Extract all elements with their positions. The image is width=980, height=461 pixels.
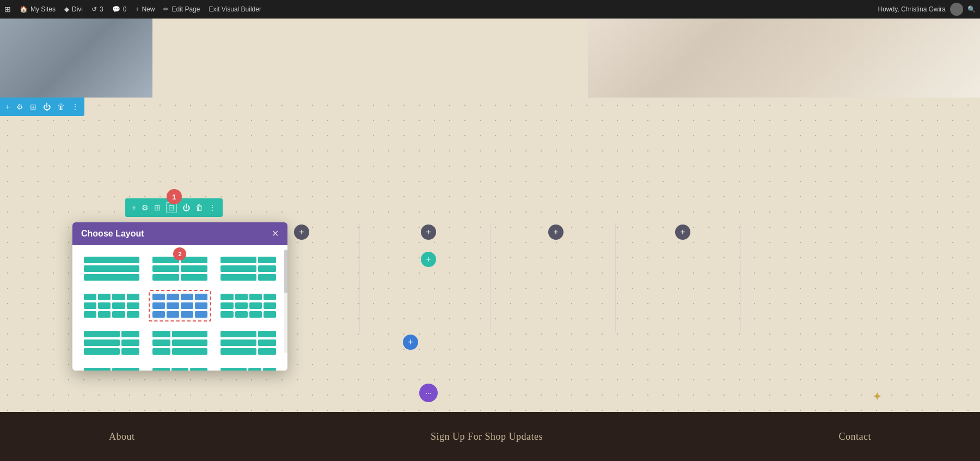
revisions-count: 3 bbox=[100, 5, 103, 13]
divi-menu[interactable]: ◆ Divi bbox=[64, 5, 83, 13]
house-icon: 🏠 bbox=[20, 5, 28, 13]
row-toolbar-2: 1 + ⚙ ⊞ ⊟ ⏻ 🗑 ⋮ bbox=[125, 198, 223, 217]
my-sites-menu[interactable]: 🏠 My Sites bbox=[20, 5, 56, 13]
divi-icon: ◆ bbox=[64, 5, 69, 13]
top-left-image bbox=[0, 19, 152, 98]
popup-layout-grid: 2 bbox=[72, 245, 287, 371]
power-icon[interactable]: ⏻ bbox=[43, 102, 51, 111]
row-more-icon[interactable]: ⋮ bbox=[209, 203, 216, 212]
user-info: Howdy, Christina Gwira 🔍 bbox=[878, 3, 976, 16]
layout-3col-center[interactable] bbox=[149, 327, 212, 359]
add-row-btn-bottom[interactable]: + bbox=[403, 335, 418, 350]
row-layout-icon[interactable]: ⊞ bbox=[154, 203, 161, 212]
new-menu[interactable]: + New bbox=[135, 5, 155, 13]
top-images-area bbox=[0, 19, 980, 98]
avatar bbox=[950, 3, 963, 16]
footer: About Sign Up For Shop Updates Contact bbox=[0, 412, 980, 461]
popup-title: Choose Layout bbox=[81, 229, 144, 239]
row-trash-icon[interactable]: 🗑 bbox=[195, 203, 203, 212]
revisions-icon: ↺ bbox=[91, 5, 97, 13]
comments-icon: 💬 bbox=[112, 5, 120, 13]
exit-builder-label: Exit Visual Builder bbox=[209, 5, 261, 13]
admin-bar: ⊞ 🏠 My Sites ◆ Divi ↺ 3 💬 0 + New ✏ Edit… bbox=[0, 0, 980, 19]
layout-mixed-2[interactable] bbox=[149, 364, 212, 371]
settings-icon[interactable]: ⚙ bbox=[16, 102, 23, 111]
exit-builder-button[interactable]: Exit Visual Builder bbox=[209, 5, 261, 13]
layout-mixed-1[interactable] bbox=[80, 364, 143, 371]
footer-signup-link[interactable]: Sign Up For Shop Updates bbox=[431, 431, 543, 442]
comments-count: 0 bbox=[123, 5, 127, 13]
add-col-btn-4[interactable]: + bbox=[675, 225, 690, 240]
footer-about-link[interactable]: About bbox=[109, 431, 135, 442]
divi-label: Divi bbox=[72, 5, 83, 13]
add-col-btn-3[interactable]: + bbox=[548, 225, 564, 240]
layout-mixed-3[interactable] bbox=[217, 364, 280, 371]
col-divider-2 bbox=[490, 223, 491, 332]
popup-close-button[interactable]: ✕ bbox=[272, 229, 279, 238]
main-content: + ⚙ ⊞ ⏻ 🗑 ⋮ 1 + ⚙ ⊞ ⊟ ⏻ 🗑 ⋮ Choose Layou… bbox=[0, 19, 980, 461]
search-icon[interactable]: 🔍 bbox=[967, 5, 976, 13]
gold-star-decoration: ✦ bbox=[872, 390, 882, 404]
layout-4col-selected[interactable] bbox=[149, 290, 212, 322]
add-col-btn-1[interactable]: + bbox=[294, 225, 309, 240]
popup-header: Choose Layout ✕ bbox=[72, 222, 287, 245]
row-badge-1: 1 bbox=[167, 189, 182, 204]
user-greeting: Howdy, Christina Gwira bbox=[878, 5, 946, 13]
layout-4col[interactable] bbox=[80, 290, 143, 322]
wp-logo[interactable]: ⊞ bbox=[4, 5, 11, 14]
pencil-icon: ✏ bbox=[163, 5, 169, 13]
col-divider-3 bbox=[615, 223, 616, 332]
col-divider-4 bbox=[740, 223, 741, 332]
revisions-menu[interactable]: ↺ 3 bbox=[91, 5, 103, 13]
footer-contact-link[interactable]: Contact bbox=[838, 431, 871, 442]
top-right-image bbox=[588, 19, 980, 98]
add-col-icon[interactable]: + bbox=[132, 203, 136, 212]
more-icon[interactable]: ⋮ bbox=[71, 102, 79, 111]
more-options-button[interactable]: ··· bbox=[419, 384, 438, 402]
layout-4col-variant[interactable] bbox=[217, 290, 280, 322]
layout-2col-selected[interactable]: 2 bbox=[149, 253, 212, 284]
layout-1col[interactable] bbox=[80, 253, 143, 284]
add-row-icon[interactable]: + bbox=[5, 102, 10, 111]
choose-layout-popup: Choose Layout ✕ 2 bbox=[72, 222, 287, 371]
edit-page-button[interactable]: ✏ Edit Page bbox=[163, 5, 200, 13]
layout-2col-unequal[interactable] bbox=[217, 253, 280, 284]
trash-icon[interactable]: 🗑 bbox=[57, 102, 65, 111]
my-sites-label: My Sites bbox=[30, 5, 56, 13]
new-label: New bbox=[142, 5, 155, 13]
layout-3col-right[interactable] bbox=[217, 327, 280, 359]
plus-icon: + bbox=[135, 5, 139, 13]
row-power-icon[interactable]: ⏻ bbox=[182, 203, 190, 212]
layout-3col-left[interactable] bbox=[80, 327, 143, 359]
comments-menu[interactable]: 💬 0 bbox=[112, 5, 127, 13]
add-col-btn-2[interactable]: + bbox=[421, 225, 436, 240]
add-col-btn-active[interactable]: + bbox=[421, 252, 436, 267]
row-toolbar-top: + ⚙ ⊞ ⏻ 🗑 ⋮ bbox=[0, 98, 84, 116]
col-divider-1 bbox=[359, 223, 360, 332]
layout-icon[interactable]: ⊞ bbox=[30, 102, 36, 111]
edit-page-label: Edit Page bbox=[171, 5, 200, 13]
wp-icon: ⊞ bbox=[4, 5, 11, 14]
row-settings-icon[interactable]: ⚙ bbox=[142, 203, 149, 212]
